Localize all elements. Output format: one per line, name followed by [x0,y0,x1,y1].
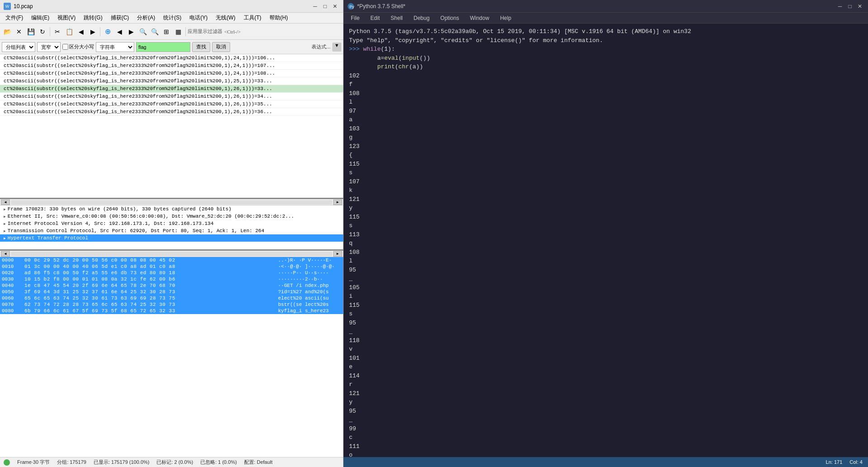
python-menu-edit[interactable]: Edit [367,14,383,22]
hex-row[interactable]: 0030 10 15 b2 f8 00 00 01 01 08 0a 32 1c… [0,276,343,282]
toolbar-forward[interactable]: ▶ [87,26,98,37]
python-minimize[interactable]: ─ [835,3,844,10]
output-95-1: 95 [349,266,844,275]
case-sensitive-checkbox[interactable] [62,44,68,50]
packet-list[interactable]: ct%20ascii(substr((select%20skyflag_is_h… [0,54,343,199]
filter-select-type[interactable]: 分组列表 分组详情 [2,42,35,52]
expression-icon[interactable]: ▼ [332,43,341,52]
menu-go[interactable]: 跳转(G) [80,13,106,23]
detail-row-http[interactable]: ▶ Hypertext Transfer Protocol [0,234,343,242]
hex-row[interactable]: 0060 65 6c 65 63 74 25 32 30 61 73 63 69… [0,295,343,301]
output-107: 107 [349,177,844,186]
python-header-2: Type "help", "copyright", "credits" or "… [349,36,844,45]
output-l-2: l [349,257,844,266]
packet-row-highlighted[interactable]: ct%20ascii(substr((select%20skyflag_is_h… [0,85,343,93]
packet-detail[interactable]: ▶ Frame 170823: 330 bytes on wire (2640 … [0,205,343,251]
packet-row[interactable]: ct%20ascii(substr((select%20skyflag_is_h… [0,93,343,100]
python-ln-status: Ln: 171 [826,459,843,465]
menu-analyze[interactable]: 分析(A) [133,13,159,23]
detail-hscroll[interactable]: ◀ ▶ [0,251,343,257]
menu-stats[interactable]: 统计(S) [160,13,185,23]
menu-edit[interactable]: 编辑(E) [28,13,53,23]
python-maximize[interactable]: □ [845,3,854,10]
output-103: 103 [349,124,844,133]
python-close[interactable]: ✕ [855,3,864,10]
detail-row-ethernet[interactable]: ▶ Ethernet II, Src: Vmware_c0:00:08 (00:… [0,213,343,220]
packet-list-hscroll[interactable]: ◀ ▶ [0,199,343,205]
output-s-3: s [349,310,844,319]
menu-file[interactable]: 文件(F) [2,13,27,23]
python-panel: Py *Python 3.7.5 Shell* ─ □ ✕ File Edit … [344,0,868,467]
maximize-button[interactable]: □ [321,3,330,10]
filter-type-select[interactable]: 字符串 正则表达式 [96,42,134,52]
toolbar-zoom-in[interactable]: 🔍 [137,26,148,37]
menu-help[interactable]: 帮助(H) [266,13,292,23]
output-101: 101 [349,354,844,363]
output-113: 113 [349,230,844,239]
detail-row-ip[interactable]: ▶ Internet Protocol Version 4, Src: 192.… [0,220,343,227]
output-i: i [349,292,844,301]
cancel-button[interactable]: 取消 [212,42,230,52]
menu-phone[interactable]: 电话(Y) [186,13,211,23]
toolbar-search[interactable]: ⊕ [102,26,113,37]
python-menu-shell[interactable]: Shell [387,14,406,22]
toolbar-filter-forward[interactable]: ▶ [126,26,137,37]
python-menu-debug[interactable]: Debug [410,14,433,22]
toolbar-zoom-out[interactable]: 🔍 [149,26,160,37]
hex-row[interactable]: 0070 62 73 74 72 28 28 73 65 6c 65 63 74… [0,301,343,308]
hex-row[interactable]: 0000 00 0c 29 52 dc 20 00 50 56 c0 00 08… [0,257,343,263]
python-status-bar: Ln: 171 Col: 4 [344,457,868,467]
status-ignored: 已忽略: 1 (0.0%) [200,459,237,466]
hex-dump[interactable]: 0000 00 0c 29 52 dc 20 00 50 56 c0 00 08… [0,257,343,457]
packet-row[interactable]: ct%20ascii(substr((select%20skyflag_is_h… [0,108,343,116]
output-123: 123 [349,142,844,151]
toolbar-scissors[interactable]: ✂ [52,26,63,37]
python-menu-bar: File Edit Shell Debug Options Window Hel… [344,13,868,24]
menu-wireless[interactable]: 无线(W) [212,13,239,23]
python-icon: Py [347,3,354,10]
toolbar-layout[interactable]: ▦ [173,26,184,37]
close-button[interactable]: ✕ [330,3,340,10]
python-title-bar: Py *Python 3.7.5 Shell* ─ □ ✕ [344,0,868,13]
python-header-1: Python 3.7.5 (tags/v3.7.5:5c02a39a0b, Oc… [349,27,844,36]
output-k: k [349,186,844,195]
expression-label[interactable]: 表达式... [311,43,330,50]
minimize-button[interactable]: ─ [311,3,320,10]
hex-row[interactable]: 0020 ad 86 f5 c8 00 50 f2 a5 55 e6 db 73… [0,270,343,276]
packet-row[interactable]: ct%20ascii(substr((select%20skyflag_is_h… [0,54,343,62]
toolbar-back[interactable]: ◀ [75,26,86,37]
python-menu-window[interactable]: Window [466,14,493,22]
python-menu-options[interactable]: Options [437,14,462,22]
packet-row[interactable]: ct%20ascii(substr((select%20skyflag_is_h… [0,70,343,77]
search-button[interactable]: 查找 [192,42,210,52]
toolbar-close[interactable]: ✕ [14,26,24,37]
output-115-1: 115 [349,160,844,169]
detail-row-frame[interactable]: ▶ Frame 170823: 330 bytes on wire (2640 … [0,205,343,213]
menu-tools[interactable]: 工具(T) [240,13,265,23]
hex-row[interactable]: 0040 1e c8 47 45 54 20 2f 69 6e 64 65 78… [0,282,343,289]
toolbar-save[interactable]: 💾 [25,26,36,37]
toolbar-copy[interactable]: 📋 [64,26,75,37]
status-group: 分组: 175179 [57,459,86,466]
width-select[interactable]: 宽窄 宽 窄 [37,42,61,52]
toolbar-open[interactable]: 📂 [2,26,13,37]
menu-view[interactable]: 视图(V) [54,13,79,23]
output-121: 121 [349,195,844,204]
detail-row-tcp[interactable]: ▶ Transmission Control Protocol, Src Por… [0,227,343,234]
menu-capture[interactable]: 捕获(C) [107,13,133,23]
python-menu-file[interactable]: File [347,14,363,22]
toolbar-reload[interactable]: ↻ [37,26,48,37]
hex-row[interactable]: 0080 6b 79 66 6c 61 67 5f 69 73 5f 68 65… [0,308,343,314]
toolbar-filter-back[interactable]: ◀ [114,26,125,37]
packet-row[interactable]: ct%20ascii(substr((select%20skyflag_is_h… [0,77,343,85]
python-shell[interactable]: Python 3.7.5 (tags/v3.7.5:5c02a39a0b, Oc… [344,24,850,457]
python-title: *Python 3.7.5 Shell* [357,3,406,10]
packet-row[interactable]: ct%20ascii(substr((select%20skyflag_is_h… [0,100,343,108]
python-col-status: Col: 4 [849,459,863,465]
hex-row[interactable]: 0050 3f 69 64 3d 31 25 32 37 61 6e 64 25… [0,289,343,295]
toolbar-reset-zoom[interactable]: ⊞ [161,26,172,37]
python-menu-help[interactable]: Help [496,14,515,22]
search-input[interactable] [136,42,190,52]
hex-row[interactable]: 0010 01 3c 00 00 40 00 40 06 5d e1 c0 a8… [0,263,343,270]
packet-row[interactable]: ct%20ascii(substr((select%20skyflag_is_h… [0,62,343,70]
